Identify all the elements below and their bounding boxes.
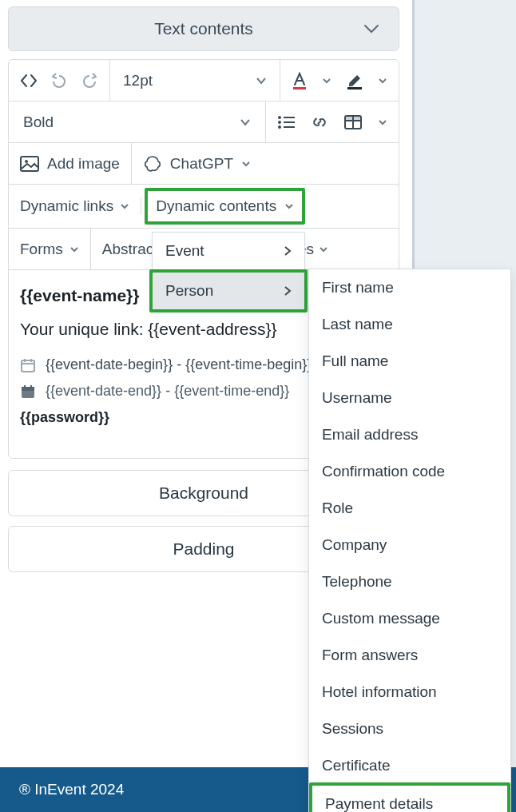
submenu-item[interactable]: Full name — [309, 343, 510, 380]
calendar-outline-icon — [20, 357, 36, 373]
submenu-item-label: Hotel information — [322, 683, 437, 700]
highlight-color-icon[interactable] — [346, 72, 363, 90]
chevron-down-icon — [69, 246, 79, 253]
svg-rect-5 — [284, 121, 295, 123]
submenu-item-label: Email address — [322, 426, 418, 443]
svg-rect-14 — [22, 360, 34, 372]
submenu-item-label: Confirmation code — [322, 463, 445, 480]
toolbar-row-3: Add image ChatGPT — [9, 143, 399, 185]
dynamic-contents-menu: Event Person — [152, 232, 305, 310]
chevron-down-icon — [319, 246, 328, 253]
font-weight-value: Bold — [23, 113, 54, 131]
image-icon — [20, 156, 39, 172]
svg-point-6 — [278, 125, 281, 129]
svg-rect-1 — [347, 87, 362, 90]
submenu-item-label: Username — [322, 389, 392, 406]
redo-icon[interactable] — [81, 73, 98, 89]
submenu-item[interactable]: Confirmation code — [309, 453, 510, 490]
chevron-down-icon[interactable] — [378, 78, 387, 84]
submenu-item-label: Full name — [322, 352, 388, 369]
submenu-item[interactable]: Certificate — [309, 747, 510, 784]
add-image-button[interactable]: Add image — [9, 143, 132, 184]
submenu-item-label: Payment details — [325, 795, 433, 812]
svg-point-2 — [278, 116, 281, 119]
svg-rect-3 — [284, 117, 295, 118]
toolbar-row-4: Dynamic links Dynamic contents — [9, 185, 399, 229]
forms-button[interactable]: Forms — [9, 229, 91, 269]
bullet-list-icon[interactable] — [277, 115, 295, 129]
add-image-label: Add image — [47, 155, 120, 173]
dynamic-contents-label: Dynamic contents — [156, 197, 276, 215]
chatgpt-icon — [143, 154, 162, 173]
submenu-item[interactable]: Form answers — [309, 637, 510, 674]
list-link-table-group — [266, 102, 399, 142]
toolbar-row-2: Bold — [9, 102, 399, 143]
dynamic-contents-button[interactable]: Dynamic contents — [148, 191, 302, 221]
svg-rect-7 — [284, 126, 295, 128]
submenu-item[interactable]: Sessions — [309, 710, 510, 747]
text-contents-title: Text contents — [154, 19, 253, 38]
svg-point-13 — [25, 160, 28, 163]
chevron-right-icon — [284, 285, 292, 297]
event-end-text: {{event-date-end}} - {{event-time-end}} — [46, 383, 289, 400]
chatgpt-label: ChatGPT — [170, 155, 233, 173]
chevron-down-icon — [241, 161, 251, 167]
text-contents-header[interactable]: Text contents — [8, 6, 399, 51]
code-undo-redo-group — [9, 60, 110, 101]
chatgpt-button[interactable]: ChatGPT — [132, 143, 262, 184]
chevron-down-icon — [120, 203, 129, 209]
text-color-icon[interactable] — [292, 72, 308, 90]
chevron-down-icon — [240, 118, 251, 126]
font-weight-select[interactable]: Bold — [9, 102, 266, 142]
background-label: Background — [159, 484, 248, 503]
menu-item-label: Person — [165, 282, 213, 300]
menu-item-event[interactable]: Event — [153, 233, 304, 269]
font-size-value: 12pt — [123, 72, 153, 90]
source-code-icon[interactable] — [20, 74, 38, 88]
chevron-down-icon[interactable] — [322, 78, 331, 84]
submenu-item[interactable]: First name — [309, 269, 510, 306]
submenu-item[interactable]: Custom message — [309, 600, 510, 637]
svg-rect-19 — [22, 387, 34, 391]
svg-rect-12 — [21, 157, 38, 171]
submenu-item-label: Custom message — [322, 610, 440, 627]
event-begin-text: {{event-date-begin}} - {{event-time-begi… — [46, 356, 312, 373]
dynamic-links-label: Dynamic links — [20, 197, 113, 215]
menu-item-label: Event — [165, 242, 204, 260]
footer-text: ® InEvent 2024 — [19, 781, 124, 798]
submenu-item-label: Form answers — [322, 647, 418, 663]
submenu-item-label: Last name — [322, 316, 393, 332]
chevron-down-icon — [284, 203, 294, 209]
font-size-select[interactable]: 12pt — [110, 60, 280, 101]
text-color-group — [280, 60, 399, 101]
table-icon[interactable] — [344, 115, 362, 129]
submenu-item-label: Sessions — [322, 720, 383, 737]
undo-icon[interactable] — [50, 73, 68, 89]
forms-label: Forms — [20, 241, 63, 258]
submenu-item[interactable]: Last name — [309, 306, 510, 343]
unique-link-value: {{event-address}} — [148, 320, 276, 338]
chevron-right-icon — [284, 245, 292, 257]
submenu-item[interactable]: Username — [309, 380, 510, 416]
submenu-item-label: First name — [322, 279, 394, 296]
svg-rect-0 — [293, 87, 306, 90]
submenu-item-label: Company — [322, 536, 387, 553]
submenu-item-label: Telephone — [322, 573, 392, 590]
submenu-item[interactable]: Company — [309, 527, 510, 563]
submenu-item[interactable]: Role — [309, 490, 510, 527]
unique-link-prefix: Your unique link: — [20, 320, 148, 338]
calendar-filled-icon — [20, 384, 36, 400]
link-icon[interactable] — [311, 113, 328, 131]
svg-rect-11 — [345, 116, 361, 121]
submenu-item[interactable]: Telephone — [309, 563, 510, 600]
submenu-item-label: Role — [322, 500, 353, 516]
submenu-item[interactable]: Email address — [309, 416, 510, 453]
person-submenu: First nameLast nameFull nameUsernameEmai… — [308, 269, 511, 812]
submenu-item[interactable]: Hotel information — [309, 674, 510, 710]
menu-item-person[interactable]: Person — [153, 273, 304, 309]
dynamic-links-button[interactable]: Dynamic links — [9, 197, 141, 215]
chevron-down-icon[interactable] — [378, 119, 387, 125]
toolbar-row-1: 12pt — [9, 60, 399, 102]
chevron-down-icon — [256, 77, 267, 85]
submenu-item[interactable]: Payment details — [309, 782, 510, 812]
